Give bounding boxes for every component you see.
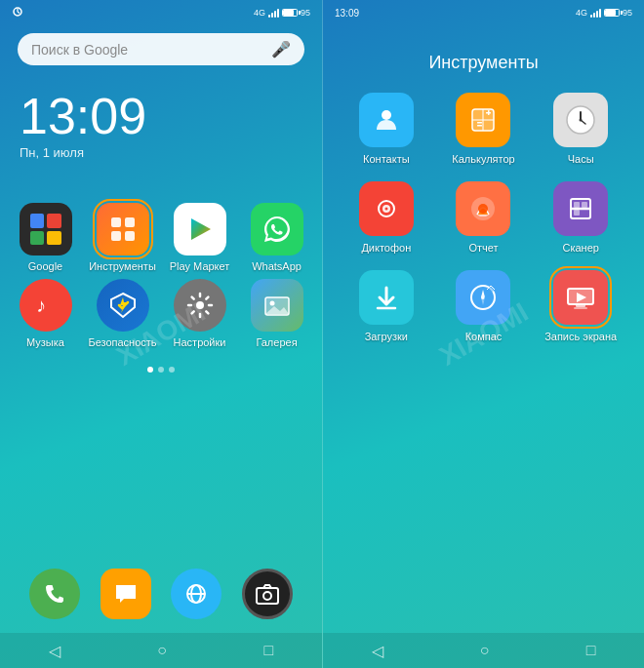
svg-point-19 — [382, 110, 391, 120]
svg-rect-26 — [488, 110, 490, 115]
tool-item-compass[interactable]: Компас — [440, 270, 528, 343]
tool-label-report: Отчет — [468, 242, 498, 255]
nav-home-left[interactable]: ○ — [157, 642, 167, 659]
app-label-tools: Инструменты — [89, 260, 156, 273]
tool-icon-downloads — [359, 270, 414, 325]
tool-item-downloads[interactable]: Загрузки — [342, 270, 430, 343]
tool-label-compass: Компас — [465, 331, 503, 343]
page-dots — [0, 359, 322, 380]
app-icon-settings — [174, 279, 226, 332]
battery-left — [282, 9, 298, 17]
tool-item-recorder[interactable]: Диктофон — [342, 181, 430, 255]
app-item-gallery[interactable]: Галерея — [241, 279, 312, 349]
dock-phone[interactable] — [29, 569, 80, 619]
tool-label-screenrec: Запись экрана — [544, 331, 617, 343]
search-placeholder: Поиск в Google — [31, 42, 263, 58]
search-bar[interactable]: Поиск в Google 🎤 — [18, 33, 304, 65]
tool-label-recorder: Диктофон — [361, 242, 411, 255]
svg-rect-47 — [574, 307, 587, 309]
tool-item-scanner[interactable]: Сканер — [537, 181, 624, 255]
svg-rect-24 — [477, 125, 482, 127]
app-icon-playmarket — [174, 203, 226, 255]
app-label-whatsapp: WhatsApp — [252, 260, 302, 273]
signal-bars-right — [590, 8, 601, 18]
nav-back-right[interactable]: ◁ — [372, 642, 383, 660]
svg-line-2 — [18, 12, 20, 14]
app-icon-music: ♪ — [20, 279, 72, 332]
nav-back-left[interactable]: ◁ — [49, 642, 60, 660]
app-icon-gallery — [251, 279, 303, 332]
time-display: 13:09 Пн, 1 июля — [0, 75, 322, 164]
status-icons-right: 4G 95 — [576, 8, 632, 18]
status-bar-right: 13:09 4G 95 — [323, 0, 644, 23]
tool-icon-compass — [456, 270, 510, 325]
left-phone-screen: XIAOMI 4G 95 Поиск в Google 🎤 13:09 Пн, … — [0, 0, 322, 668]
app-item-security[interactable]: Безопасность — [87, 279, 158, 349]
nav-bar-left: ◁ ○ □ — [0, 633, 322, 668]
tool-icon-recorder — [359, 181, 414, 236]
svg-text:♪: ♪ — [36, 295, 46, 316]
signal-text-right: 4G — [576, 8, 587, 18]
svg-point-18 — [263, 592, 271, 600]
tool-item-contacts[interactable]: Контакты — [342, 93, 430, 166]
tool-icon-screenrec — [553, 270, 608, 325]
nav-home-right[interactable]: ○ — [480, 642, 490, 659]
nav-recent-left[interactable]: □ — [264, 642, 274, 659]
svg-rect-46 — [576, 304, 585, 307]
tool-item-clock[interactable]: Часы — [537, 93, 624, 166]
tool-item-screenrec[interactable]: Запись экрана — [537, 270, 624, 343]
battery-pct-left: 95 — [301, 8, 310, 18]
tool-label-calc: Калькулятор — [452, 153, 514, 166]
mic-icon[interactable]: 🎤 — [271, 40, 291, 59]
svg-rect-23 — [477, 122, 482, 124]
tool-icon-clock — [553, 93, 608, 147]
app-item-whatsapp[interactable]: WhatsApp — [241, 203, 312, 273]
tool-label-contacts: Контакты — [363, 153, 410, 166]
svg-rect-17 — [257, 588, 278, 604]
svg-rect-3 — [111, 217, 121, 227]
svg-rect-4 — [125, 217, 135, 227]
status-bar-left: 4G 95 — [0, 0, 322, 23]
app-item-tools[interactable]: Инструменты — [87, 203, 158, 273]
app-item-playmarket[interactable]: Play Маркет — [164, 203, 235, 273]
tool-icon-report — [456, 181, 510, 236]
dot-2 — [158, 367, 164, 373]
tool-item-calc[interactable]: Калькулятор — [440, 93, 528, 166]
svg-point-30 — [580, 119, 583, 122]
tools-grid: Контакты Калькулятор — [323, 93, 644, 344]
app-icon-tools — [97, 203, 149, 255]
app-icon-whatsapp — [251, 203, 303, 255]
tool-item-report[interactable]: Отчет — [440, 181, 528, 255]
tool-label-clock: Часы — [568, 153, 594, 166]
dock — [0, 559, 322, 629]
signal-text-left: 4G — [254, 8, 265, 18]
signal-bars-left — [268, 8, 279, 18]
status-icons-left: 4G 95 — [254, 8, 310, 18]
svg-rect-40 — [574, 210, 580, 216]
app-label-music: Музыка — [26, 336, 64, 349]
dot-1 — [147, 367, 153, 373]
app-icon-security — [97, 279, 149, 332]
date-display: Пн, 1 июля — [20, 145, 302, 160]
dock-camera[interactable] — [242, 569, 293, 619]
app-grid: Google Инструменты — [0, 164, 322, 359]
app-label-google: Google — [28, 260, 62, 273]
app-item-music[interactable]: ♪ Музыка — [10, 279, 81, 349]
nav-recent-right[interactable]: □ — [586, 642, 596, 659]
folder-title: Инструменты — [323, 23, 644, 93]
dock-browser[interactable] — [171, 569, 221, 619]
svg-rect-38 — [574, 202, 580, 208]
app-label-settings: Настройки — [174, 336, 226, 349]
dock-messages[interactable] — [101, 569, 151, 619]
app-item-google[interactable]: Google — [10, 203, 81, 273]
time-big: 13:09 — [20, 91, 302, 141]
app-item-settings[interactable]: Настройки — [164, 279, 235, 349]
tool-icon-contacts — [359, 93, 414, 147]
svg-point-35 — [478, 204, 488, 214]
battery-right — [604, 9, 620, 17]
dot-3 — [169, 367, 175, 373]
app-label-gallery: Галерея — [256, 336, 297, 349]
app-label-security: Безопасность — [88, 336, 156, 349]
svg-marker-7 — [191, 218, 211, 240]
svg-point-33 — [384, 208, 387, 211]
